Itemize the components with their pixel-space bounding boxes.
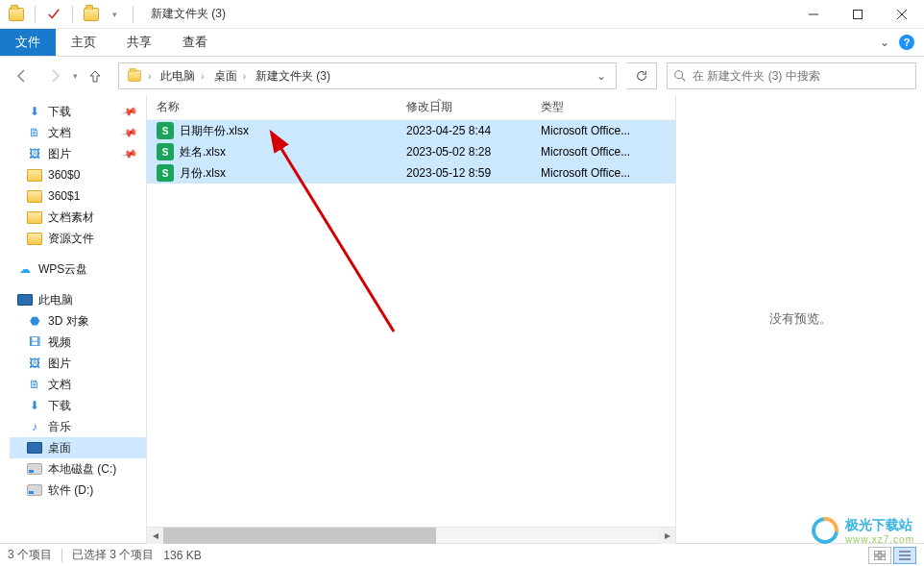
- address-bar[interactable]: › 此电脑› 桌面› 新建文件夹 (3) ⌄: [118, 62, 617, 89]
- nav-quick-folder[interactable]: 文档素材: [10, 207, 146, 228]
- svg-rect-8: [881, 551, 886, 554]
- address-dropdown-icon[interactable]: ⌄: [591, 69, 612, 83]
- watermark-brand: 极光下载站: [845, 517, 914, 534]
- search-input[interactable]: [693, 69, 910, 83]
- file-type: Microsoft Office...: [531, 166, 675, 180]
- xlsx-icon: S: [157, 143, 174, 160]
- scroll-thumb[interactable]: [163, 528, 436, 544]
- scroll-right-icon[interactable]: ▸: [659, 528, 675, 544]
- nav-wps-cloud[interactable]: ☁WPS云盘: [10, 258, 146, 280]
- pin-icon: 📌: [121, 103, 139, 120]
- svg-rect-9: [874, 556, 879, 560]
- file-date: 2023-05-12 8:59: [397, 166, 531, 180]
- status-item-count: 3 个项目: [8, 547, 52, 563]
- tab-file[interactable]: 文件: [0, 29, 56, 56]
- xlsx-icon: S: [157, 122, 174, 139]
- tab-share[interactable]: 共享: [111, 29, 167, 56]
- file-name: 姓名.xlsx: [180, 144, 226, 160]
- ribbon-collapse-icon[interactable]: ⌄: [880, 36, 889, 49]
- nav-toolbar: ▾ › 此电脑› 桌面› 新建文件夹 (3) ⌄: [0, 57, 924, 95]
- forward-button[interactable]: [40, 62, 69, 89]
- nav-pc-videos[interactable]: 🎞视频: [10, 332, 146, 353]
- watermark-url: www.xz7.com: [845, 534, 914, 545]
- back-button[interactable]: [8, 62, 36, 89]
- table-row[interactable]: S月份.xlsx 2023-05-12 8:59 Microsoft Offic…: [147, 162, 675, 184]
- scroll-left-icon[interactable]: ◂: [147, 528, 163, 544]
- nav-pc-music[interactable]: ♪音乐: [10, 416, 146, 437]
- pin-icon: 📌: [121, 124, 139, 141]
- nav-this-pc[interactable]: 此电脑: [10, 289, 146, 310]
- titlebar: ▾ 新建文件夹 (3): [0, 0, 924, 29]
- navigation-pane[interactable]: ⬇下载📌 🗎文档📌 🖼图片📌 360$0 360$1 文档素材 资源文件 ☁WP…: [0, 95, 147, 543]
- preview-empty-text: 没有预览。: [769, 310, 832, 328]
- sort-indicator-icon: ⌃: [435, 97, 443, 108]
- file-name: 月份.xlsx: [180, 165, 226, 182]
- file-list: 名称 ⌃ 修改日期 类型 S日期年份.xlsx 2023-04-25 8:44 …: [147, 95, 676, 543]
- status-size: 136 KB: [163, 549, 201, 562]
- nav-quick-pictures[interactable]: 🖼图片📌: [10, 143, 146, 164]
- window-title: 新建文件夹 (3): [151, 6, 226, 22]
- watermark-logo-icon: [811, 516, 839, 545]
- tab-view[interactable]: 查看: [167, 29, 223, 56]
- maximize-button[interactable]: [836, 0, 880, 28]
- view-tiles-button[interactable]: [868, 547, 891, 564]
- close-button[interactable]: [880, 0, 924, 28]
- file-type: Microsoft Office...: [531, 124, 675, 137]
- folder-app-icon: [8, 6, 25, 23]
- table-row[interactable]: S日期年份.xlsx 2023-04-25 8:44 Microsoft Off…: [147, 120, 675, 141]
- breadcrumb-segment: 桌面›: [210, 63, 252, 88]
- breadcrumb-segment: 新建文件夹 (3): [252, 63, 334, 88]
- table-row[interactable]: S姓名.xlsx 2023-05-02 8:28 Microsoft Offic…: [147, 141, 675, 162]
- status-selected-count: 已选择 3 个项目: [72, 547, 154, 563]
- refresh-button[interactable]: [626, 62, 657, 89]
- qat-check-icon[interactable]: [45, 6, 62, 23]
- column-date[interactable]: 修改日期: [397, 99, 531, 115]
- watermark: 极光下载站 www.xz7.com: [811, 516, 914, 545]
- folder-icon: [128, 70, 141, 82]
- nav-pc-desktop[interactable]: 桌面: [10, 437, 146, 458]
- nav-quick-folder[interactable]: 360$0: [10, 164, 146, 185]
- file-type: Microsoft Office...: [531, 145, 675, 159]
- qat-folder-icon[interactable]: [83, 6, 100, 23]
- qat-dropdown-icon[interactable]: ▾: [106, 6, 123, 23]
- nav-quick-folder[interactable]: 资源文件: [10, 228, 146, 249]
- column-name[interactable]: 名称: [147, 99, 397, 115]
- svg-point-4: [675, 71, 683, 79]
- up-button[interactable]: [82, 62, 109, 89]
- file-date: 2023-05-02 8:28: [397, 145, 531, 159]
- svg-rect-10: [881, 556, 886, 560]
- nav-pc-disk-d[interactable]: 软件 (D:): [10, 480, 146, 501]
- svg-line-5: [682, 78, 686, 82]
- help-icon[interactable]: ?: [899, 35, 914, 50]
- search-box[interactable]: [667, 62, 916, 89]
- nav-pc-downloads[interactable]: ⬇下载: [10, 395, 146, 416]
- xlsx-icon: S: [157, 164, 174, 182]
- view-details-button[interactable]: [893, 547, 916, 564]
- search-icon: [673, 69, 687, 83]
- history-dropdown-icon[interactable]: ▾: [73, 71, 78, 81]
- nav-quick-downloads[interactable]: ⬇下载📌: [10, 101, 146, 122]
- pin-icon: 📌: [121, 145, 139, 162]
- horizontal-scrollbar[interactable]: ◂ ▸: [147, 527, 675, 543]
- nav-pc-disk-c[interactable]: 本地磁盘 (C:): [10, 458, 146, 480]
- column-type[interactable]: 类型: [531, 99, 675, 115]
- svg-rect-1: [854, 10, 863, 18]
- tab-home[interactable]: 主页: [56, 29, 111, 56]
- ribbon: 文件 主页 共享 查看 ⌄ ?: [0, 29, 924, 56]
- preview-pane: 没有预览。: [676, 95, 924, 543]
- nav-pc-documents[interactable]: 🗎文档: [10, 374, 146, 395]
- svg-rect-7: [874, 551, 879, 554]
- column-headers[interactable]: 名称 ⌃ 修改日期 类型: [147, 95, 675, 120]
- status-bar: 3 个项目 已选择 3 个项目 136 KB: [0, 543, 924, 566]
- file-date: 2023-04-25 8:44: [397, 124, 531, 137]
- breadcrumb-segment: 此电脑›: [157, 63, 209, 88]
- file-name: 日期年份.xlsx: [180, 123, 249, 139]
- nav-pc-3d[interactable]: ⬣3D 对象: [10, 310, 146, 332]
- minimize-button[interactable]: [791, 0, 836, 28]
- nav-quick-documents[interactable]: 🗎文档📌: [10, 122, 146, 143]
- nav-pc-pictures[interactable]: 🖼图片: [10, 353, 146, 374]
- nav-quick-folder[interactable]: 360$1: [10, 185, 146, 207]
